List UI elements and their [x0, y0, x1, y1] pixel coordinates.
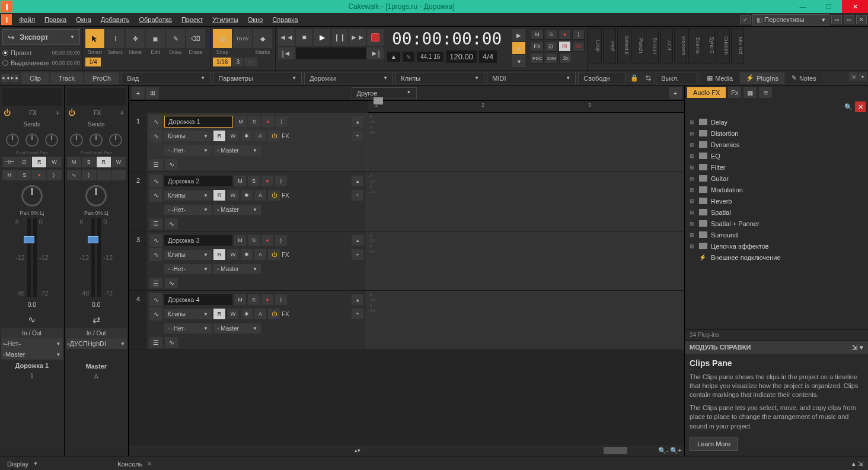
add-track-button[interactable]: + — [132, 87, 145, 99]
mix-pdc[interactable]: PDC — [531, 53, 544, 63]
track-output-drop[interactable]: ▫ Master▼ — [213, 264, 261, 274]
goto-end-button[interactable]: ►| — [367, 47, 384, 59]
mix-mon[interactable]: ⟩ — [572, 29, 585, 40]
track-clips-drop[interactable]: Клипы▼ — [164, 190, 212, 201]
track-lanes-button[interactable]: ☰ — [149, 218, 162, 229]
console-tab[interactable]: Консоль✕ — [110, 458, 159, 471]
tree-item[interactable]: ⊞ Spatial — [690, 207, 863, 218]
scrub-bar[interactable] — [296, 47, 366, 59]
track-input-drop[interactable]: ▫ -Нет-▼ — [164, 205, 212, 215]
track-input-drop[interactable]: ▫ -Нет-▼ — [164, 323, 212, 334]
track-arm[interactable]: ● — [261, 294, 273, 305]
mix-solo[interactable]: S — [545, 29, 557, 40]
track-expand[interactable]: ▴ — [352, 294, 363, 305]
record-button[interactable] — [367, 29, 384, 46]
drop-midi[interactable]: MIDI▼ — [487, 72, 576, 84]
ch2-wave[interactable]: ∿ — [67, 170, 81, 180]
mix-2x[interactable]: 2x — [559, 53, 572, 63]
vtab-sync[interactable]: Sync C — [703, 28, 716, 63]
vtab-perf[interactable]: Perf — [603, 28, 616, 63]
track-add-fx[interactable]: + — [352, 309, 363, 319]
goto-start-button[interactable]: |◄ — [278, 47, 295, 59]
browser-dock-1[interactable]: ⇲ — [849, 72, 857, 81]
fx-filter-3[interactable]: ≋ — [759, 87, 772, 98]
track-name[interactable]: Дорожка 1 — [164, 116, 233, 128]
snap-value-3[interactable]: 3 — [232, 58, 243, 66]
track-solo[interactable]: S — [248, 235, 260, 246]
track-write[interactable]: W — [227, 309, 239, 319]
track-solo[interactable]: S — [248, 116, 260, 127]
track-read[interactable]: R — [213, 131, 225, 141]
drop-clips[interactable]: Клипы▼ — [395, 72, 484, 84]
rewind-button[interactable]: ◄◄ — [278, 29, 295, 46]
mix-offset[interactable]: ⊡ — [545, 41, 557, 52]
ch2-knob-post[interactable] — [70, 134, 83, 147]
ch1-mute[interactable]: M — [2, 170, 17, 180]
track-input-drop[interactable]: ▫ -Нет-▼ — [164, 264, 212, 274]
vtab-mixrcl[interactable]: Mix Rcl — [731, 28, 744, 63]
mix-arm[interactable]: ● — [559, 29, 571, 40]
track-input-drop[interactable]: ▫ -Нет-▼ — [164, 145, 212, 155]
mix-fx[interactable]: FX — [531, 41, 543, 52]
ch2-power-icon[interactable]: ⏻ — [68, 109, 75, 117]
track-solo[interactable]: S — [248, 294, 260, 305]
expand-icon[interactable]: ⊞ — [690, 176, 695, 182]
pause-button[interactable]: ❙❙ — [331, 29, 348, 46]
ch2-add-fx[interactable]: + — [120, 108, 125, 118]
ch2-fader[interactable] — [91, 218, 95, 297]
track-read[interactable]: R — [213, 249, 225, 260]
timesig-display[interactable]: 4/4 — [479, 50, 497, 63]
tab-proch[interactable]: ProCh — [84, 72, 119, 84]
tree-item[interactable]: ⊞ Filter — [690, 161, 863, 173]
track-header[interactable]: ∿ Дорожка 3 M S ● ⟩ ▴ ∿ Клипы▼ R W ✱ A ⏻… — [147, 231, 366, 290]
mix-write[interactable]: W — [572, 41, 585, 52]
menu-windows[interactable]: Окна — [71, 13, 96, 26]
track-mute[interactable]: M — [234, 235, 246, 246]
timeline-ruler[interactable]: 1 2 3 — [368, 101, 684, 113]
expand-icon[interactable]: ⊞ — [690, 153, 695, 159]
snap-marks-button[interactable]: ◆ — [253, 29, 272, 48]
track-mon[interactable]: ⟩ — [275, 176, 287, 186]
expand-icon[interactable]: ⊞ — [690, 221, 695, 227]
play-button[interactable]: ▶ — [314, 29, 330, 46]
track-freeze[interactable]: ✱ — [241, 309, 253, 319]
track-read[interactable]: R — [213, 190, 225, 201]
ch1-arm[interactable]: ● — [32, 170, 46, 180]
erase-tool-button[interactable]: ⌫ — [186, 29, 205, 48]
vtab-punch[interactable]: Punch — [631, 28, 644, 63]
tree-item[interactable]: ⊞ Spatial + Panner — [690, 218, 863, 229]
track-add-fx[interactable]: + — [352, 190, 363, 201]
ch2-knob-pan[interactable] — [109, 134, 122, 147]
zoom-in-icon[interactable]: 🔍+ — [670, 447, 682, 455]
vtab-act[interactable]: ACT — [660, 28, 673, 63]
track-fx-power[interactable]: ⏻ — [268, 190, 280, 201]
track-write[interactable]: W — [227, 190, 239, 201]
ch1-power-icon[interactable]: ⏻ — [4, 109, 11, 117]
vtab-screen[interactable]: Screen — [646, 28, 659, 63]
display-dropdown[interactable]: Display▼ — [0, 458, 45, 470]
fx-filter-1[interactable]: Fx — [728, 87, 741, 98]
mix-read[interactable]: R! — [559, 41, 571, 52]
vtab-markers[interactable]: Markers — [674, 28, 687, 63]
expand-icon[interactable]: ⊞ — [690, 119, 695, 125]
horizontal-scrollbar[interactable]: ▴▾ 🔍-🔍+ — [129, 445, 684, 456]
expand-icon[interactable]: ⊞ — [690, 142, 695, 148]
track-arm[interactable]: ● — [261, 235, 273, 246]
track-add-fx[interactable]: + — [352, 249, 363, 260]
fullscreen-icon[interactable]: ⤢ — [740, 15, 751, 24]
perspectives-dropdown[interactable]: ◧ Перспективы ▾ — [752, 14, 829, 26]
tree-item[interactable]: ⊞ Surround — [690, 229, 863, 240]
track-automation-button[interactable]: ∿ — [165, 278, 178, 288]
tree-item[interactable]: ⊞ Delay — [690, 116, 863, 128]
browser-dock-2[interactable]: ▾ — [859, 72, 867, 81]
console-close-icon[interactable]: ✕ — [147, 461, 152, 467]
tree-item[interactable]: ⊞ Reverb — [690, 195, 863, 207]
track-freeze[interactable]: ✱ — [241, 131, 253, 141]
export-radio-project[interactable]: Проект00:00:00:00 — [2, 47, 80, 58]
ch1-knob-pan[interactable] — [45, 134, 58, 147]
dock-button-2[interactable]: ▭ — [844, 15, 854, 24]
ch1-fader[interactable] — [27, 218, 31, 297]
fx-filter-2[interactable]: ▦ — [743, 87, 757, 98]
track-clips-area[interactable]: -6-24-6-24 — [366, 291, 684, 350]
track-read[interactable]: R — [213, 309, 225, 319]
